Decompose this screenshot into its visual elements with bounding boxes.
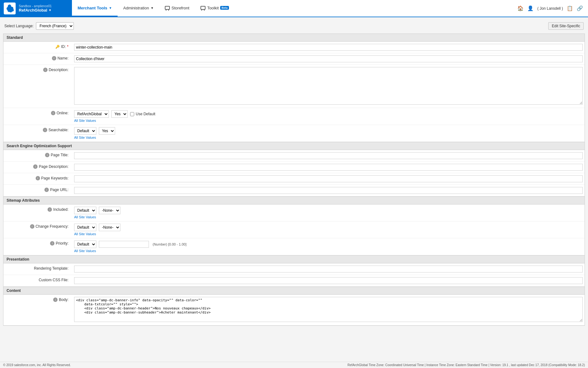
page-description-row: i Page Description: (3, 162, 585, 173)
page-url-label: i Page URL: (3, 186, 72, 193)
included-none-select[interactable]: -None- (99, 207, 120, 214)
page-title-field (72, 152, 585, 160)
copy-icon[interactable]: 📋 (567, 5, 573, 11)
online-row: i Online: RefArchGlobal Yes Use Default (3, 108, 585, 125)
logo-text: Sandbox - amplience01 RefArchGlobal ▼ (19, 4, 52, 13)
searchable-label: i Searchable: (3, 127, 72, 133)
page-title-input[interactable] (74, 152, 583, 159)
change-freq-all-site-link[interactable]: All Site Values (74, 232, 583, 236)
nav-merchant-tools[interactable]: Merchant Tools ▼ (72, 0, 118, 17)
standard-section-header: Standard (3, 34, 585, 42)
change-freq-inline: Default -None- (74, 224, 583, 231)
body-label: i Body: (3, 296, 72, 303)
description-info-icon[interactable]: i (43, 68, 48, 72)
page-description-field (72, 163, 585, 171)
page-title-label: i Page Title: (3, 152, 72, 158)
nav-toolkit[interactable]: Toolkit Beta (195, 0, 234, 17)
included-default-select[interactable]: Default (74, 207, 96, 214)
page-url-input[interactable] (74, 187, 583, 194)
description-textarea[interactable] (74, 67, 583, 105)
body-field: <div class="amp-dc-banner-info" data-opa… (72, 296, 585, 324)
page-url-info-icon[interactable]: i (44, 188, 49, 192)
id-label: 🔑 ID: * (3, 43, 72, 50)
searchable-field: Default Yes All Site Values (72, 127, 585, 140)
name-label: i Name: (3, 55, 72, 62)
name-field (72, 55, 585, 63)
included-info-icon[interactable]: i (48, 207, 52, 212)
page-keywords-label: i Page Keywords: (3, 175, 72, 182)
body-info-icon[interactable]: i (53, 298, 58, 302)
name-row: i Name: (3, 53, 585, 65)
page-keywords-field (72, 175, 585, 183)
presentation-section-header: Presentation (3, 255, 585, 263)
searchable-yes-select[interactable]: Yes (99, 127, 115, 135)
priority-default-select[interactable]: Default (74, 241, 96, 248)
external-link-icon[interactable]: 🔗 (577, 5, 583, 11)
priority-field: Default (Number) [0.00 - 1.00] All Site … (72, 240, 585, 253)
home-icon[interactable]: 🏠 (517, 5, 524, 11)
user-icon[interactable]: 👤 (527, 5, 534, 11)
custom-css-label: Custom CSS File: (3, 277, 72, 283)
edit-site-button[interactable]: Edit Site-Specific (548, 22, 584, 30)
page-keywords-input[interactable] (74, 175, 583, 182)
salesforce-logo (4, 3, 16, 14)
id-input[interactable] (74, 44, 583, 51)
body-row: i Body: <div class="amp-dc-banner-info" … (3, 295, 585, 325)
body-textarea[interactable]: <div class="amp-dc-banner-info" data-opa… (74, 297, 583, 322)
searchable-all-site-link[interactable]: All Site Values (74, 136, 583, 139)
priority-info-icon[interactable]: i (50, 241, 54, 246)
change-freq-row: i Change Frequency: Default -None- All S… (3, 221, 585, 238)
included-label: i Included: (3, 206, 72, 213)
change-freq-none-select[interactable]: -None- (99, 224, 120, 231)
toolkit-monitor-icon (200, 6, 205, 10)
name-info-icon[interactable]: i (52, 56, 56, 60)
online-inline: RefArchGlobal Yes Use Default (74, 110, 583, 118)
key-icon: 🔑 (55, 45, 60, 49)
id-field (72, 43, 585, 51)
top-nav: Sandbox - amplience01 RefArchGlobal ▼ Me… (0, 0, 588, 17)
nav-administration[interactable]: Administration ▼ (118, 0, 159, 17)
monitor-icon (165, 6, 170, 10)
page-title-info-icon[interactable]: i (45, 153, 49, 157)
custom-css-input[interactable] (74, 277, 583, 284)
searchable-default-select[interactable]: Default (74, 127, 96, 135)
online-all-site-link[interactable]: All Site Values (74, 119, 583, 122)
page-description-input[interactable] (74, 164, 583, 171)
change-freq-info-icon[interactable]: i (30, 224, 34, 229)
nav-right: 🏠 👤 ( Jon Lansdell ) 📋 🔗 (512, 0, 588, 17)
priority-input[interactable] (99, 241, 149, 248)
id-required: * (67, 44, 68, 49)
use-default-checkbox[interactable] (130, 112, 134, 116)
id-row: 🔑 ID: * (3, 42, 585, 53)
priority-hint: (Number) [0.00 - 1.00] (153, 242, 186, 246)
page-kw-info-icon[interactable]: i (36, 176, 40, 180)
user-name[interactable]: ( Jon Lansdell ) (537, 6, 563, 11)
priority-all-site-link[interactable]: All Site Values (74, 249, 583, 253)
included-all-site-link[interactable]: All Site Values (74, 215, 583, 219)
online-info-icon[interactable]: i (51, 111, 55, 115)
page-url-field (72, 186, 585, 194)
description-row: i Description: (3, 65, 585, 108)
logo-area: Sandbox - amplience01 RefArchGlobal ▼ (0, 0, 72, 17)
language-select[interactable]: French (France) (36, 22, 74, 30)
site-name[interactable]: RefArchGlobal ▼ (19, 8, 52, 13)
priority-label: i Priority: (3, 240, 72, 247)
rendering-template-label: Rendering Template: (3, 265, 72, 272)
searchable-inline: Default Yes (74, 127, 583, 135)
online-yes-select[interactable]: Yes (111, 110, 128, 118)
change-freq-default-select[interactable]: Default (74, 224, 96, 231)
page-desc-info-icon[interactable]: i (33, 164, 38, 169)
custom-css-field (72, 277, 585, 285)
beta-badge: Beta (220, 6, 229, 10)
top-bar: Select Language: French (France) Edit Si… (3, 20, 585, 32)
rendering-template-input[interactable] (74, 266, 583, 272)
name-input[interactable] (74, 55, 583, 62)
searchable-info-icon[interactable]: i (43, 128, 47, 132)
nav-storefront[interactable]: Storefront (159, 0, 195, 17)
content-section-header: Content (3, 287, 585, 295)
nav-items: Merchant Tools ▼ Administration ▼ Storef… (72, 0, 512, 17)
description-field (72, 66, 585, 106)
included-inline: Default -None- (74, 207, 583, 214)
searchable-row: i Searchable: Default Yes All Site Value… (3, 125, 585, 142)
online-site-select[interactable]: RefArchGlobal (74, 110, 109, 118)
